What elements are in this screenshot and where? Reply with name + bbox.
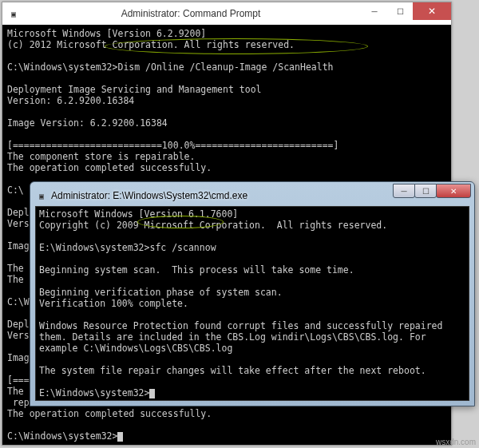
terminal-line: C:\ [7, 184, 24, 196]
prompt-path: E:\Windows\system32> [39, 387, 149, 398]
cursor-icon [149, 389, 155, 398]
window-title: Administrator: Command Prompt [20, 8, 362, 19]
terminal-line: Microsoft Windows [Version 6.1.7600] [39, 208, 238, 220]
window-title: Administrator: E:\Windows\System32\cmd.e… [51, 190, 247, 201]
terminal-line: Windows Resource Protection found corrup… [39, 320, 442, 331]
terminal-line: Deployment Image Servicing and Managemen… [7, 84, 262, 95]
close-button[interactable]: ✕ [413, 2, 451, 20]
terminal-line: Verification 100% complete. [39, 298, 188, 309]
terminal-line: Beginning system scan. This process will… [39, 264, 354, 276]
terminal-line: (c) 2012 Microsoft Corporation. All righ… [7, 39, 295, 50]
terminal-line: The operation completed successfully. [7, 162, 212, 173]
maximize-button[interactable]: ☐ [387, 2, 413, 20]
terminal-content[interactable]: Microsoft Windows [Version 6.1.7600] Cop… [35, 206, 469, 401]
maximize-button[interactable]: ☐ [414, 184, 437, 198]
terminal-line: The component store is repairable. [7, 151, 195, 162]
minimize-button[interactable]: ─ [362, 2, 387, 20]
titlebar-win7[interactable]: ▣ Administrator: E:\Windows\System32\cmd… [35, 187, 469, 204]
terminal-line: [===========================100.0%======… [7, 140, 338, 151]
terminal-line: them. Details are included in the CBS.Lo… [39, 331, 426, 343]
terminal-line: Microsoft Windows [Version 6.2.9200] [7, 28, 206, 39]
prompt-path: C:\Windows\system32> [7, 61, 117, 73]
terminal-line: Version: 6.2.9200.16384 [7, 95, 134, 106]
terminal-line: Beginning verification phase of system s… [39, 287, 283, 298]
prompt-path: C:\Windows\system32> [7, 430, 117, 442]
cursor-icon [117, 432, 123, 442]
minimize-button[interactable]: ─ [393, 184, 415, 198]
titlebar-win8[interactable]: ▣ Administrator: Command Prompt ─ ☐ ✕ [2, 2, 451, 25]
terminal-line: The system file repair changes will take… [39, 365, 426, 376]
command-sfc: sfc /scannow [149, 242, 216, 253]
terminal-line: Image Version: 6.2.9200.16384 [7, 117, 168, 129]
terminal-line: example C:\Windows\Logs\CBS\CBS.log [39, 343, 232, 354]
watermark: wsxdn.com [436, 438, 476, 446]
prompt-path: E:\Windows\system32> [39, 242, 149, 253]
window-controls: ─ ☐ ✕ [362, 2, 451, 25]
cmd-window-foreground: ▣ Administrator: E:\Windows\System32\cmd… [30, 181, 475, 406]
terminal-line: Copyright (c) 2009 Microsoft Corporation… [39, 220, 387, 231]
command-dism: Dism /Online /Cleanup-Image /ScanHealth [117, 61, 333, 73]
terminal-line: The operation completed successfully. [7, 408, 212, 419]
window-controls: ─ ☐ ✕ [394, 184, 471, 198]
cmd-icon: ▣ [7, 7, 20, 20]
close-button[interactable]: ✕ [436, 184, 471, 198]
cmd-icon: ▣ [35, 189, 48, 202]
